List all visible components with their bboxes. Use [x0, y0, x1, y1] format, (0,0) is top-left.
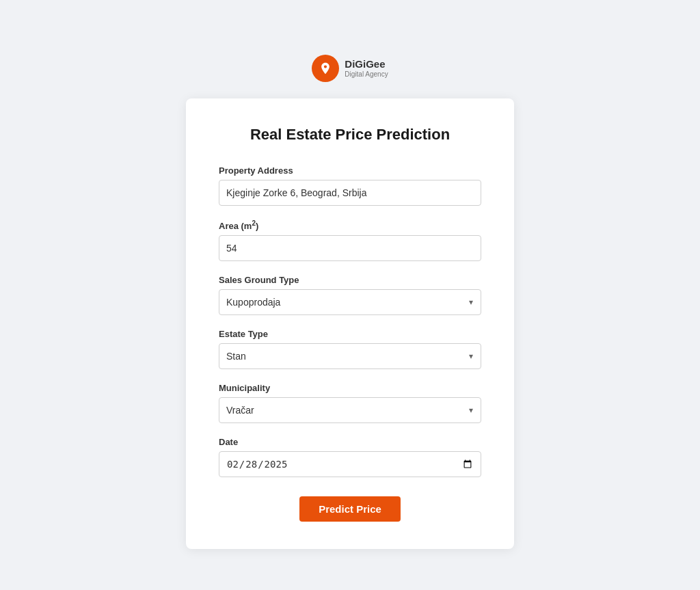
sales-ground-type-group: Sales Ground Type Kupoprodaja Zakup Osta…	[219, 275, 481, 315]
municipality-label: Municipality	[219, 383, 481, 393]
estate-type-label: Estate Type	[219, 329, 481, 339]
logo-area: DiGiGee Digital Agency	[312, 55, 388, 82]
property-address-input[interactable]	[219, 180, 481, 206]
predict-price-button[interactable]: Predict Price	[299, 496, 401, 522]
property-address-label: Property Address	[219, 165, 481, 176]
area-group: Area (m2)	[219, 219, 481, 261]
logo-tagline: Digital Agency	[345, 70, 388, 78]
logo-text: DiGiGee Digital Agency	[345, 59, 388, 78]
sales-ground-type-wrapper: Kupoprodaja Zakup Ostalo	[219, 289, 481, 315]
area-label: Area (m2)	[219, 219, 481, 231]
estate-type-wrapper: Stan Kuća Poslovni prostor Garaža	[219, 343, 481, 369]
property-address-group: Property Address	[219, 165, 481, 206]
date-group: Date	[219, 437, 481, 477]
sales-ground-type-label: Sales Ground Type	[219, 275, 481, 285]
logo-name: DiGiGee	[345, 59, 388, 70]
logo-icon	[312, 55, 339, 82]
estate-type-select[interactable]: Stan Kuća Poslovni prostor Garaža	[219, 343, 481, 369]
card-title: Real Estate Price Prediction	[219, 126, 481, 144]
sales-ground-type-select[interactable]: Kupoprodaja Zakup Ostalo	[219, 289, 481, 315]
date-wrapper	[219, 451, 481, 477]
date-input[interactable]	[219, 451, 481, 477]
date-label: Date	[219, 437, 481, 447]
municipality-select[interactable]: Vračar Zvezdara Novi Beograd Palilula Sa…	[219, 397, 481, 423]
municipality-group: Municipality Vračar Zvezdara Novi Beogra…	[219, 383, 481, 423]
main-card: Real Estate Price Prediction Property Ad…	[186, 98, 514, 549]
municipality-wrapper: Vračar Zvezdara Novi Beograd Palilula Sa…	[219, 397, 481, 423]
estate-type-group: Estate Type Stan Kuća Poslovni prostor G…	[219, 329, 481, 369]
area-input[interactable]	[219, 235, 481, 261]
